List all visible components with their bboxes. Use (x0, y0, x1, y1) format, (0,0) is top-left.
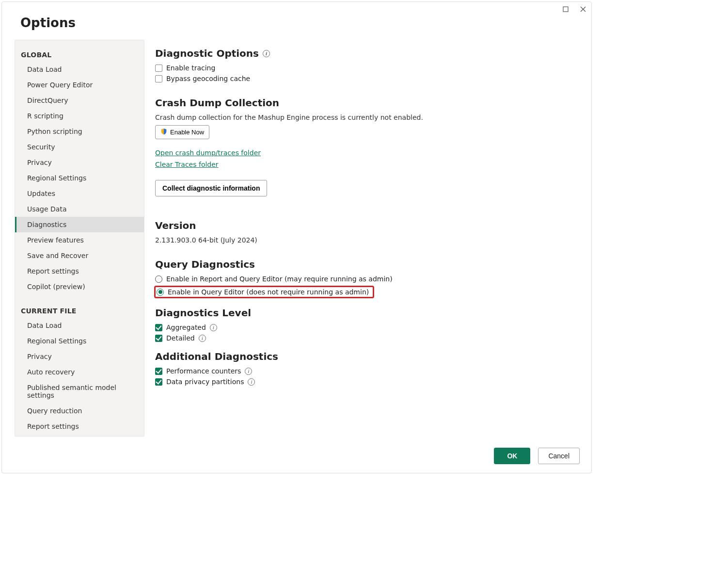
version-value: 2.131.903.0 64-bit (July 2024) (155, 236, 577, 244)
checkbox-detailed[interactable]: Detailed i (155, 334, 577, 342)
checkbox-icon (155, 368, 162, 375)
sidebar-item-save-and-recover[interactable]: Save and Recover (15, 248, 144, 263)
radio-icon (157, 289, 164, 296)
sidebar-item-auto-recovery[interactable]: Auto recovery (15, 364, 144, 380)
crash-dump-desc: Crash dump collection for the Mashup Eng… (155, 113, 577, 121)
sidebar-item-preview-features[interactable]: Preview features (15, 232, 144, 248)
sidebar-item-updates[interactable]: Updates (15, 186, 144, 201)
checkbox-label: Bypass geocoding cache (166, 75, 250, 82)
sidebar-item-power-query-editor[interactable]: Power Query Editor (15, 77, 144, 93)
sidebar-item-r-scripting[interactable]: R scripting (15, 108, 144, 124)
info-icon[interactable]: i (210, 324, 217, 331)
content-pane: Diagnostic Options i Enable tracing Bypa… (144, 40, 591, 437)
sidebar-item-copilot-preview-[interactable]: Copilot (preview) (15, 279, 144, 294)
section-diagnostics-level: Diagnostics Level (155, 307, 577, 319)
link-clear-traces-folder[interactable]: Clear Traces folder (155, 161, 219, 168)
checkbox-data-privacy-partitions[interactable]: Data privacy partitions i (155, 378, 577, 386)
checkbox-label: Performance counters (166, 367, 241, 375)
dialog-title: Options (20, 16, 591, 30)
checkbox-icon (155, 75, 162, 82)
info-icon[interactable]: i (248, 378, 255, 386)
checkbox-icon (155, 378, 162, 386)
radio-label: Enable in Query Editor (does not require… (168, 288, 369, 296)
sidebar-item-usage-data[interactable]: Usage Data (15, 201, 144, 217)
section-diagnostic-options: Diagnostic Options i (155, 48, 577, 59)
radio-icon (155, 275, 162, 283)
radio-enable-report-query-editor[interactable]: Enable in Report and Query Editor (may r… (155, 275, 577, 283)
section-additional-diagnostics: Additional Diagnostics (155, 351, 577, 362)
enable-now-button[interactable]: Enable Now (155, 125, 209, 139)
checkbox-bypass-geocoding[interactable]: Bypass geocoding cache (155, 75, 577, 82)
sidebar-item-python-scripting[interactable]: Python scripting (15, 124, 144, 139)
link-open-crash-dump-folder[interactable]: Open crash dump/traces folder (155, 149, 261, 157)
sidebar-item-published-semantic-model-settings[interactable]: Published semantic model settings (15, 380, 144, 403)
sidebar-heading-global: GLOBAL (15, 45, 144, 62)
sidebar-item-privacy[interactable]: Privacy (15, 349, 144, 364)
sidebar: GLOBAL Data LoadPower Query EditorDirect… (15, 40, 144, 437)
sidebar-item-regional-settings[interactable]: Regional Settings (15, 170, 144, 186)
sidebar-item-data-load[interactable]: Data Load (15, 62, 144, 77)
cancel-button[interactable]: Cancel (538, 448, 580, 464)
section-title: Diagnostic Options (155, 48, 259, 59)
checkbox-icon (155, 324, 162, 331)
checkbox-enable-tracing[interactable]: Enable tracing (155, 64, 577, 72)
sidebar-item-query-reduction[interactable]: Query reduction (15, 403, 144, 419)
maximize-icon[interactable] (562, 6, 569, 13)
sidebar-item-security[interactable]: Security (15, 139, 144, 155)
section-crash-dump: Crash Dump Collection (155, 97, 577, 109)
sidebar-item-privacy[interactable]: Privacy (15, 155, 144, 170)
checkbox-icon (155, 335, 162, 342)
sidebar-item-report-settings[interactable]: Report settings (15, 419, 144, 434)
close-icon[interactable] (580, 6, 586, 13)
collect-diagnostic-button[interactable]: Collect diagnostic information (155, 180, 267, 196)
section-query-diagnostics: Query Diagnostics (155, 259, 577, 270)
radio-enable-query-editor[interactable]: Enable in Query Editor (does not require… (157, 288, 369, 296)
section-version: Version (155, 220, 577, 231)
window-controls (562, 6, 586, 13)
info-icon[interactable]: i (199, 335, 206, 342)
radio-label: Enable in Report and Query Editor (may r… (166, 275, 393, 283)
sidebar-item-diagnostics[interactable]: Diagnostics (15, 217, 144, 232)
svg-rect-0 (563, 7, 568, 12)
checkbox-aggregated[interactable]: Aggregated i (155, 324, 577, 331)
checkbox-label: Data privacy partitions (166, 378, 244, 386)
shield-icon (160, 128, 167, 136)
sidebar-heading-current-file: CURRENT FILE (15, 301, 144, 318)
sidebar-item-regional-settings[interactable]: Regional Settings (15, 333, 144, 349)
sidebar-item-data-load[interactable]: Data Load (15, 318, 144, 333)
checkbox-label: Detailed (166, 334, 195, 342)
options-dialog: Options GLOBAL Data LoadPower Query Edit… (1, 1, 592, 473)
checkbox-label: Enable tracing (166, 64, 215, 72)
info-icon[interactable]: i (245, 368, 252, 375)
checkbox-label: Aggregated (166, 324, 206, 331)
sidebar-item-report-settings[interactable]: Report settings (15, 263, 144, 279)
sidebar-item-directquery[interactable]: DirectQuery (15, 93, 144, 108)
dialog-footer: OK Cancel (494, 448, 580, 464)
info-icon[interactable]: i (263, 50, 270, 57)
button-label: Enable Now (170, 129, 204, 136)
checkbox-performance-counters[interactable]: Performance counters i (155, 367, 577, 375)
ok-button[interactable]: OK (494, 448, 530, 464)
highlighted-option: Enable in Query Editor (does not require… (154, 286, 374, 298)
checkbox-icon (155, 65, 162, 72)
